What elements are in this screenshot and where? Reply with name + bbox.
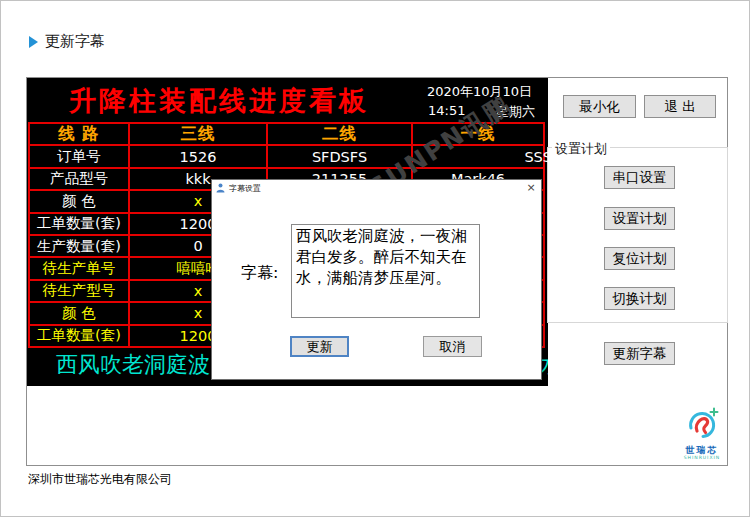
- row-label: 生产数量(套): [30, 236, 128, 256]
- row-label: 工单数量(套): [30, 326, 128, 346]
- reset-plan-button[interactable]: 复位计划: [604, 247, 675, 270]
- app-window: 更新字幕 升降柱装配线进度看板 2020年10月10日 14:51 星期六 线 …: [0, 0, 750, 517]
- company-logo: 世瑞芯 SHINRUIXIN: [681, 407, 723, 461]
- minimize-button[interactable]: 最小化: [563, 95, 636, 118]
- board-weekday: 星期六: [496, 103, 535, 121]
- exit-button[interactable]: 退 出: [644, 95, 716, 118]
- subtitle-field-label: 字幕:: [241, 263, 278, 284]
- board-title: 升降柱装配线进度看板: [27, 78, 411, 122]
- table-cell: 1526: [130, 146, 266, 166]
- section-title: 更新字幕: [45, 32, 105, 51]
- row-label: 待生产单号: [30, 258, 128, 278]
- board-time: 14:51: [428, 103, 465, 121]
- subtitle-dialog: 字幕设置 × 字幕: 西风吹老洞庭波，一夜湘君白发多。醉后不知天在水，满船清梦压…: [211, 179, 542, 380]
- table-cell: SFDSFS: [268, 146, 411, 166]
- dialog-title: 字幕设置: [229, 183, 521, 194]
- row-label: 待生产型号: [30, 281, 128, 301]
- dialog-cancel-button[interactable]: 取消: [423, 336, 482, 357]
- row-label: 产品型号: [30, 169, 128, 189]
- set-plan-button[interactable]: 设置计划: [604, 207, 675, 230]
- dialog-app-icon: [216, 183, 225, 193]
- shiruixin-logo-icon: [683, 407, 721, 441]
- section-header: 更新字幕: [29, 32, 105, 51]
- col-header-line1: 一线: [413, 124, 543, 144]
- col-header-line: 线 路: [30, 124, 128, 144]
- row-label: 颜 色: [30, 303, 128, 323]
- triangle-marker-icon: [29, 36, 38, 48]
- settings-group-title: 设置计划: [552, 140, 610, 158]
- logo-name: 世瑞芯: [681, 445, 723, 455]
- col-header-line3: 三线: [130, 124, 266, 144]
- row-label: 工单数量(套): [30, 214, 128, 234]
- switch-plan-button[interactable]: 切换计划: [604, 287, 675, 310]
- board-title-row: 升降柱装配线进度看板 2020年10月10日 14:51 星期六: [27, 78, 548, 122]
- company-footer: 深圳市世瑞芯光电有限公司: [28, 471, 172, 488]
- board-date: 2020年10月10日: [411, 83, 548, 101]
- subtitle-textarea[interactable]: 西风吹老洞庭波，一夜湘君白发多。醉后不知天在水，满船清梦压星河。: [291, 224, 480, 318]
- col-header-line2: 二线: [268, 124, 411, 144]
- row-label: 订单号: [30, 146, 128, 166]
- dialog-titlebar[interactable]: 字幕设置 ×: [212, 180, 541, 196]
- table-cell: SSS: [413, 146, 543, 166]
- logo-name-en: SHINRUIXIN: [681, 455, 723, 461]
- board-datetime: 2020年10月10日 14:51 星期六: [411, 78, 548, 122]
- close-icon[interactable]: ×: [525, 182, 537, 194]
- serial-settings-button[interactable]: 串口设置: [604, 166, 675, 189]
- update-subtitle-button[interactable]: 更新字幕: [604, 342, 675, 365]
- row-label: 颜 色: [30, 191, 128, 211]
- dialog-update-button[interactable]: 更新: [290, 336, 349, 357]
